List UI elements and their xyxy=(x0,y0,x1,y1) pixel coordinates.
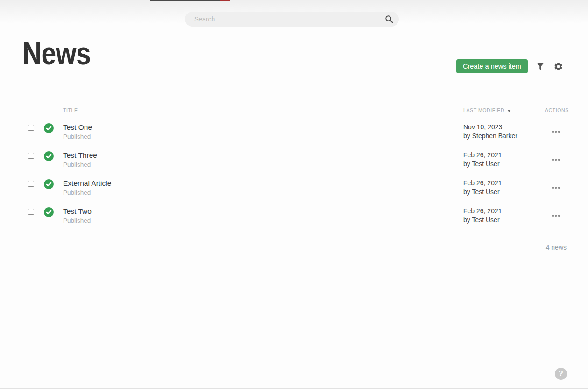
gear-icon xyxy=(553,62,563,71)
search-icon[interactable] xyxy=(385,15,393,23)
published-check-circle-icon xyxy=(44,179,54,189)
header-checkbox-spacer xyxy=(23,107,44,113)
news-status: Published xyxy=(63,216,457,225)
news-author: by Test User xyxy=(463,160,545,168)
footer-strip xyxy=(0,389,588,392)
table-row: Test Two Published Feb 26, 2021 by Test … xyxy=(23,201,567,229)
column-header-last-modified[interactable]: LAST MODIFIED xyxy=(457,107,545,113)
browser-tab-sliver-red xyxy=(220,0,230,1)
create-news-item-button[interactable]: Create a news item xyxy=(456,59,528,73)
column-header-title[interactable]: TITLE xyxy=(63,107,457,113)
news-date: Nov 10, 2023 xyxy=(463,123,545,132)
search-input[interactable] xyxy=(185,12,399,27)
help-button[interactable]: ? xyxy=(555,368,567,380)
browser-tab-sliver-dark xyxy=(150,0,220,1)
news-date: Feb 26, 2021 xyxy=(463,151,545,160)
news-author: by Test User xyxy=(463,188,545,196)
page-title: News xyxy=(22,37,91,69)
row-checkbox[interactable] xyxy=(28,153,34,159)
table-row: Test One Published Nov 10, 2023 by Steph… xyxy=(23,117,567,145)
published-check-circle-icon xyxy=(44,123,54,133)
news-title[interactable]: Test Two xyxy=(63,207,457,216)
news-status: Published xyxy=(63,188,457,197)
published-check-circle-icon xyxy=(44,207,54,217)
published-check-circle-icon xyxy=(44,151,54,161)
filter-button[interactable] xyxy=(536,62,545,71)
row-actions-menu-button[interactable] xyxy=(545,213,567,218)
news-title[interactable]: External Article xyxy=(63,179,457,188)
table-row: Test Three Published Feb 26, 2021 by Tes… xyxy=(23,145,567,173)
row-checkbox[interactable] xyxy=(28,125,34,131)
header-icon-spacer xyxy=(44,107,63,113)
row-actions-menu-button[interactable] xyxy=(545,185,567,190)
news-author: by Test User xyxy=(463,216,545,224)
news-author: by Stephen Barker xyxy=(463,132,545,140)
row-actions-menu-button[interactable] xyxy=(545,129,567,134)
search-bar xyxy=(185,12,399,27)
news-count: 4 news xyxy=(546,244,567,251)
toolbar: Create a news item xyxy=(456,59,567,73)
row-checkbox[interactable] xyxy=(28,181,34,187)
table-row: External Article Published Feb 26, 2021 … xyxy=(23,173,567,201)
news-title[interactable]: Test Three xyxy=(63,151,457,160)
row-actions-menu-button[interactable] xyxy=(545,157,567,162)
news-date: Feb 26, 2021 xyxy=(463,179,545,188)
row-checkbox[interactable] xyxy=(28,209,34,215)
news-table: TITLE LAST MODIFIED ACTIONS Test One Pub… xyxy=(23,107,567,229)
news-status: Published xyxy=(63,160,457,169)
column-header-actions: ACTIONS xyxy=(545,107,567,113)
funnel-icon xyxy=(536,62,545,70)
sort-desc-icon xyxy=(507,110,511,112)
news-status: Published xyxy=(63,132,457,141)
news-date: Feb 26, 2021 xyxy=(463,207,545,216)
table-header-row: TITLE LAST MODIFIED ACTIONS xyxy=(23,107,567,117)
settings-button[interactable] xyxy=(553,61,564,71)
news-title[interactable]: Test One xyxy=(63,123,457,132)
last-modified-label: LAST MODIFIED xyxy=(463,107,504,113)
